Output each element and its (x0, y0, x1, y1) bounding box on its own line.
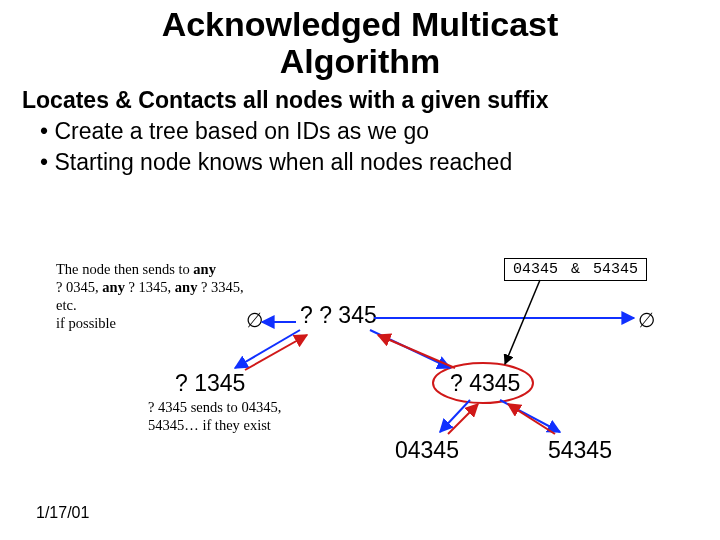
svg-line-1 (235, 330, 300, 368)
box-ids: 04345 & 54345 (504, 258, 647, 281)
svg-line-6 (378, 335, 455, 368)
node-root: ? ? 345 (300, 302, 377, 329)
note1-text3: ? 1345, (129, 279, 175, 295)
bullet-1: • Create a tree based on IDs as we go (40, 118, 720, 145)
note1-bold3: any (175, 279, 201, 295)
svg-line-11 (505, 280, 540, 364)
title-line-2: Algorithm (280, 42, 441, 80)
note-send-to-any: The node then sends to any ? 0345, any ?… (56, 260, 256, 333)
note1-text: The node then sends to (56, 261, 193, 277)
svg-line-7 (440, 400, 470, 432)
node-right-left: 04345 (395, 437, 459, 464)
svg-line-8 (500, 400, 560, 432)
node-right: ? 4345 (450, 370, 520, 397)
note1-bold2: any (102, 279, 128, 295)
svg-line-10 (508, 404, 555, 434)
note1-bold1: any (193, 261, 216, 277)
node-left: ? 1345 (175, 370, 245, 397)
svg-line-9 (448, 404, 478, 434)
node-right-right: 54345 (548, 437, 612, 464)
title-line-1: Acknowledged Multicast (162, 5, 559, 43)
note2-line1: ? 4345 sends to 04345, (148, 399, 281, 415)
svg-line-2 (370, 330, 450, 368)
empty-set-icon: ∅ (246, 308, 263, 332)
bullet-2: • Starting node knows when all nodes rea… (40, 149, 720, 176)
note1-text2: ? 0345, (56, 279, 102, 295)
note-4345-sends: ? 4345 sends to 04345, 54345… if they ex… (148, 398, 308, 434)
slide-title: Acknowledged Multicast Algorithm (0, 0, 720, 81)
empty-set-icon: ∅ (638, 308, 655, 332)
note1-text5: if possible (56, 315, 116, 331)
note2-line2: 54345… if they exist (148, 417, 271, 433)
footer-date: 1/17/01 (36, 504, 89, 522)
slide-subtitle: Locates & Contacts all nodes with a give… (22, 87, 720, 114)
svg-line-5 (245, 335, 307, 370)
bullet-list: • Create a tree based on IDs as we go • … (40, 118, 720, 176)
slide: Acknowledged Multicast Algorithm Locates… (0, 0, 720, 540)
